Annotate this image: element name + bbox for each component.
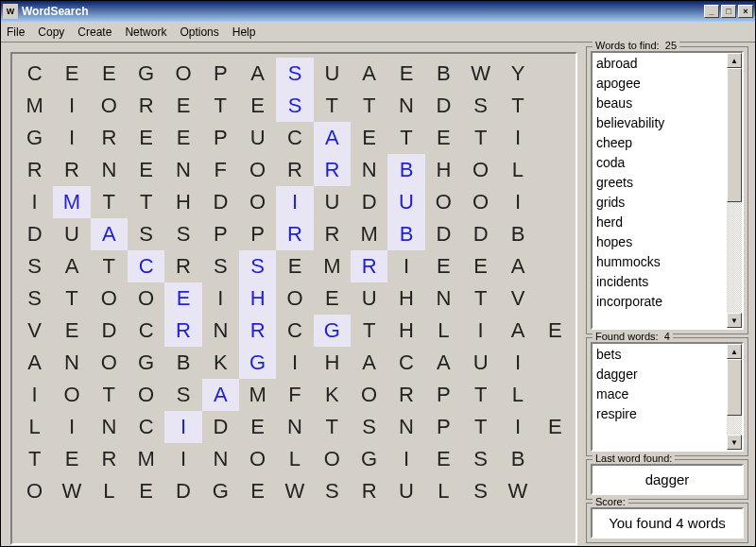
list-item[interactable]: incorporate	[596, 292, 723, 312]
grid-cell[interactable]: H	[314, 347, 351, 379]
grid-cell[interactable]: Y	[499, 58, 536, 90]
grid-cell[interactable]: N	[351, 154, 387, 186]
grid-cell[interactable]: A	[239, 58, 276, 90]
grid-cell[interactable]: C	[128, 411, 164, 443]
grid-cell[interactable]: O	[462, 154, 499, 186]
grid-cell[interactable]: N	[387, 411, 424, 443]
grid-cell[interactable]: U	[387, 475, 424, 507]
grid-cell[interactable]: N	[276, 411, 313, 443]
list-item[interactable]: cheep	[596, 133, 723, 153]
grid-cell[interactable]: N	[91, 154, 128, 186]
grid-cell[interactable]: T	[499, 90, 536, 122]
grid-cell[interactable]: N	[425, 282, 462, 315]
grid-cell[interactable]: H	[425, 154, 462, 186]
grid-cell[interactable]	[537, 379, 574, 411]
grid-cell[interactable]: E	[128, 122, 164, 154]
grid-cell[interactable]: E	[537, 315, 574, 347]
grid-cell[interactable]: R	[314, 154, 351, 186]
grid-cell[interactable]: O	[462, 186, 499, 218]
grid-cell[interactable]: T	[462, 379, 499, 411]
grid-cell[interactable]: A	[351, 347, 387, 379]
grid-cell[interactable]: R	[164, 250, 201, 282]
grid-cell[interactable]: E	[239, 411, 276, 443]
grid-cell[interactable]: H	[387, 282, 424, 315]
grid-cell[interactable]	[537, 58, 574, 90]
grid-cell[interactable]: S	[276, 58, 313, 90]
close-button[interactable]: ×	[738, 5, 753, 18]
grid-cell[interactable]: T	[351, 90, 387, 122]
grid-cell[interactable]: D	[425, 218, 462, 250]
grid-cell[interactable]: I	[53, 90, 90, 122]
grid-cell[interactable]: C	[128, 315, 164, 347]
grid-cell[interactable]	[537, 186, 574, 218]
grid-cell[interactable]: B	[499, 443, 536, 475]
grid-cell[interactable]: I	[462, 315, 499, 347]
grid-cell[interactable]: K	[314, 379, 351, 411]
grid-cell[interactable]: O	[128, 282, 164, 315]
grid-cell[interactable]: A	[351, 58, 387, 90]
menu-create[interactable]: Create	[77, 26, 112, 39]
grid-cell[interactable]: E	[91, 58, 128, 90]
scroll-track[interactable]	[727, 359, 742, 435]
grid-cell[interactable]: M	[351, 218, 387, 250]
grid-cell[interactable]: I	[53, 411, 90, 443]
menu-options[interactable]: Options	[180, 26, 218, 39]
grid-cell[interactable]: S	[462, 443, 499, 475]
grid-cell[interactable]: S	[128, 218, 164, 250]
grid-cell[interactable]: I	[16, 186, 53, 218]
scrollbar[interactable]: ▲ ▼	[727, 53, 742, 328]
scroll-up-button[interactable]: ▲	[727, 344, 742, 359]
grid-cell[interactable]: C	[276, 122, 313, 154]
grid-cell[interactable]: B	[425, 58, 462, 90]
grid-cell[interactable]: E	[239, 475, 276, 507]
menu-network[interactable]: Network	[125, 26, 166, 39]
grid-cell[interactable]: O	[314, 443, 351, 475]
grid-cell[interactable]: A	[53, 250, 90, 282]
grid-cell[interactable]: W	[462, 58, 499, 90]
grid-cell[interactable]: D	[202, 186, 239, 218]
grid-cell[interactable]: H	[164, 186, 201, 218]
grid-cell[interactable]: L	[276, 443, 313, 475]
list-item[interactable]: grids	[596, 193, 723, 213]
grid-cell[interactable]: T	[462, 411, 499, 443]
grid-cell[interactable]: P	[202, 122, 239, 154]
grid-cell[interactable]: I	[164, 411, 201, 443]
grid-cell[interactable]: T	[462, 282, 499, 315]
list-item[interactable]: abroad	[596, 54, 723, 74]
grid-cell[interactable]: O	[128, 379, 164, 411]
grid-cell[interactable]: R	[53, 154, 90, 186]
grid-cell[interactable]: T	[314, 90, 351, 122]
grid-cell[interactable]: U	[387, 186, 424, 218]
grid-cell[interactable]: V	[499, 282, 536, 315]
grid-cell[interactable]: I	[499, 411, 536, 443]
menu-file[interactable]: File	[7, 26, 25, 39]
grid-cell[interactable]: I	[499, 122, 536, 154]
grid-cell[interactable]: N	[387, 90, 424, 122]
grid-cell[interactable]: S	[462, 90, 499, 122]
grid-cell[interactable]: O	[91, 282, 128, 315]
grid-cell[interactable]: L	[16, 411, 53, 443]
grid-cell[interactable]	[537, 475, 574, 507]
grid-cell[interactable]: A	[91, 218, 128, 250]
grid-cell[interactable]: C	[387, 347, 424, 379]
list-item[interactable]: incidents	[596, 272, 723, 292]
grid-cell[interactable]: E	[425, 250, 462, 282]
grid-cell[interactable]: R	[239, 315, 276, 347]
grid-cell[interactable]: R	[91, 122, 128, 154]
grid-cell[interactable]: O	[91, 90, 128, 122]
list-item[interactable]: bets	[596, 345, 723, 365]
found-words-list[interactable]: betsdaggermacerespire	[593, 344, 727, 450]
grid-cell[interactable]: D	[351, 186, 387, 218]
grid-cell[interactable]: S	[276, 90, 313, 122]
grid-cell[interactable]: H	[387, 315, 424, 347]
grid-cell[interactable]: D	[164, 475, 201, 507]
list-item[interactable]: coda	[596, 153, 723, 173]
grid-cell[interactable]: G	[128, 58, 164, 90]
grid-cell[interactable]: B	[499, 218, 536, 250]
grid-cell[interactable]: C	[16, 58, 53, 90]
grid-cell[interactable]: F	[202, 154, 239, 186]
list-item[interactable]: beaus	[596, 94, 723, 113]
grid-cell[interactable]	[537, 122, 574, 154]
grid-cell[interactable]: G	[314, 315, 351, 347]
grid-cell[interactable]: E	[537, 411, 574, 443]
